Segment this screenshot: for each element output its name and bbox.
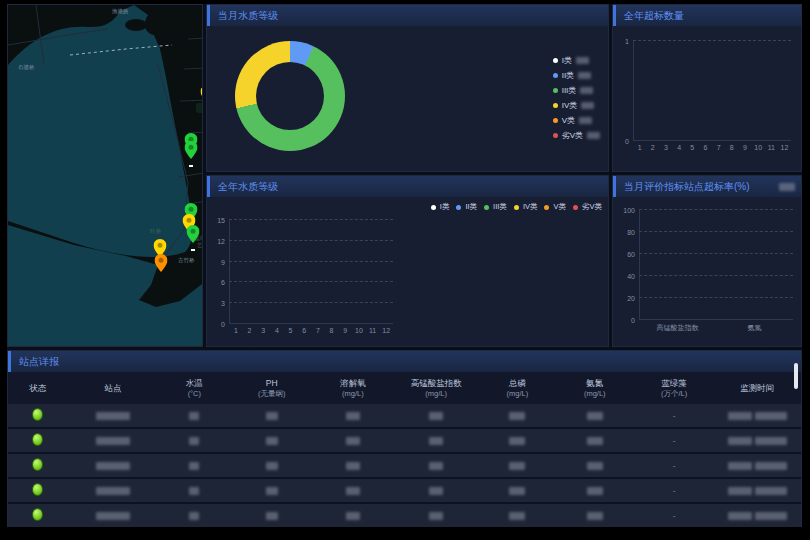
legend-label: I类 bbox=[440, 202, 450, 212]
y-tick-label: 60 bbox=[627, 251, 635, 258]
x-tick-label: 8 bbox=[325, 327, 339, 334]
x-tick-label: 7 bbox=[712, 144, 725, 151]
redacted-value bbox=[728, 487, 752, 495]
legend-dot bbox=[431, 205, 436, 210]
x-tick-label: 4 bbox=[673, 144, 686, 151]
column-header-氨氮: 氨氮(mg/L) bbox=[555, 378, 634, 398]
donut-hole bbox=[256, 62, 324, 130]
x-tick-label: 3 bbox=[659, 144, 672, 151]
station-pin[interactable] bbox=[185, 141, 198, 163]
gridline bbox=[229, 219, 393, 220]
table-column-headers: 状态站点水温(°C)PH(无量纲)溶解氧(mg/L)高锰酸盐指数(mg/L)总磷… bbox=[8, 372, 801, 405]
table-row[interactable]: - bbox=[8, 429, 801, 452]
cell-水温 bbox=[159, 486, 230, 495]
legend-label: II类 bbox=[562, 70, 574, 81]
column-header-PH: PH(无量纲) bbox=[230, 378, 313, 398]
redacted-value bbox=[728, 462, 752, 470]
redacted-value bbox=[346, 437, 360, 445]
cell-溶解氧 bbox=[313, 461, 392, 470]
station-pin[interactable] bbox=[187, 225, 200, 247]
cell-站点 bbox=[67, 486, 158, 495]
year-grade-chart[interactable]: 03691215 bbox=[229, 220, 393, 324]
legend-item[interactable]: 劣V类 bbox=[573, 202, 602, 212]
cell-监测时间 bbox=[714, 461, 801, 470]
x-tick-label: 3 bbox=[256, 327, 270, 334]
cell-监测时间 bbox=[714, 436, 801, 445]
panel-header-exceed-count: 全年超标数量 bbox=[613, 5, 801, 26]
cell-总磷 bbox=[480, 461, 555, 470]
legend-value-redacted bbox=[587, 132, 600, 139]
cell-氨氮 bbox=[555, 436, 634, 445]
redacted-value bbox=[189, 412, 199, 420]
table-scrollbar[interactable] bbox=[794, 363, 798, 389]
legend-item[interactable]: III类 bbox=[553, 85, 600, 96]
y-tick-label: 20 bbox=[627, 295, 635, 302]
legend-label: IV类 bbox=[562, 100, 578, 111]
cell-高锰酸盐指数 bbox=[393, 511, 480, 520]
redacted-value bbox=[728, 512, 752, 520]
exceed-rate-chart[interactable]: 020406080100 bbox=[639, 210, 793, 320]
panel-exceed-rate: 当月评价指标站点超标率(%) 020406080100 高锰酸盐指数氨氮 bbox=[612, 175, 802, 347]
legend-item[interactable]: I类 bbox=[553, 55, 600, 66]
legend-value-redacted bbox=[576, 57, 589, 64]
legend-item[interactable]: IV类 bbox=[514, 202, 538, 212]
panel-header-exceed-rate: 当月评价指标站点超标率(%) bbox=[613, 176, 801, 197]
panel-title: 当月水质等级 bbox=[218, 5, 608, 26]
legend-dot bbox=[456, 205, 461, 210]
legend-item[interactable]: II类 bbox=[456, 202, 477, 212]
cell-PH bbox=[230, 486, 313, 495]
gridline bbox=[639, 275, 793, 276]
cell-状态 bbox=[8, 458, 67, 473]
table-row[interactable]: - bbox=[8, 504, 801, 527]
map-pins-layer bbox=[8, 5, 203, 347]
table-row[interactable]: - bbox=[8, 479, 801, 502]
cell-氨氮 bbox=[555, 461, 634, 470]
station-pin[interactable] bbox=[201, 85, 204, 107]
month-grade-donut-chart[interactable] bbox=[235, 41, 345, 151]
legend-label: I类 bbox=[562, 55, 572, 66]
cell-总磷 bbox=[480, 436, 555, 445]
x-tick-label: 12 bbox=[778, 144, 791, 151]
dashboard: 当月水质等级 I类II类III类IV类V类劣V类 bbox=[7, 4, 802, 527]
table-row[interactable]: - bbox=[8, 404, 801, 427]
gridline bbox=[639, 209, 793, 210]
table-row[interactable]: - bbox=[8, 454, 801, 477]
legend-item[interactable]: IV类 bbox=[553, 100, 600, 111]
header-redacted-chip[interactable] bbox=[779, 183, 795, 191]
cell-水温 bbox=[159, 436, 230, 445]
redacted-value bbox=[509, 462, 525, 470]
redacted-value bbox=[96, 462, 130, 470]
redacted-value bbox=[346, 487, 360, 495]
legend-item[interactable]: I类 bbox=[431, 202, 450, 212]
station-pin[interactable] bbox=[155, 254, 168, 276]
legend-item[interactable]: 劣V类 bbox=[553, 130, 600, 141]
legend-item[interactable]: II类 bbox=[553, 70, 600, 81]
cell-总磷 bbox=[480, 511, 555, 520]
legend-item[interactable]: III类 bbox=[484, 202, 507, 212]
panel-title: 当月评价指标站点超标率(%) bbox=[624, 176, 779, 197]
redacted-value bbox=[587, 412, 603, 420]
cell-蓝绿藻: - bbox=[634, 511, 713, 520]
redacted-value bbox=[346, 412, 360, 420]
x-tick-label: 2 bbox=[243, 327, 257, 334]
exceed-count-chart[interactable]: 01 bbox=[633, 41, 791, 141]
redacted-value bbox=[189, 487, 199, 495]
status-indicator bbox=[32, 508, 43, 521]
legend-label: III类 bbox=[493, 202, 507, 212]
cell-状态 bbox=[8, 408, 67, 423]
gridline bbox=[229, 261, 393, 262]
column-header-监测时间: 监测时间 bbox=[714, 383, 801, 394]
table-body: ----- bbox=[8, 404, 801, 526]
redacted-value bbox=[96, 412, 130, 420]
cell-站点 bbox=[67, 411, 158, 420]
cell-溶解氧 bbox=[313, 436, 392, 445]
legend-item[interactable]: V类 bbox=[544, 202, 566, 212]
redacted-value bbox=[189, 462, 199, 470]
panel-year-grade: 全年水质等级 I类II类III类IV类V类劣V类 03691215 123456… bbox=[206, 175, 609, 347]
panel-header-year-grade: 全年水质等级 bbox=[207, 176, 608, 197]
y-tick-label: 0 bbox=[221, 321, 225, 328]
x-tick-label: 氨氮 bbox=[716, 323, 793, 333]
redacted-value bbox=[509, 437, 525, 445]
map-panel[interactable]: 渔港路石塘桥五星村高浪路滨湖区机场路天安大桥吴都路江南大学高浪西路北区桥蠡湖大道… bbox=[7, 4, 203, 347]
legend-item[interactable]: V类 bbox=[553, 115, 600, 126]
